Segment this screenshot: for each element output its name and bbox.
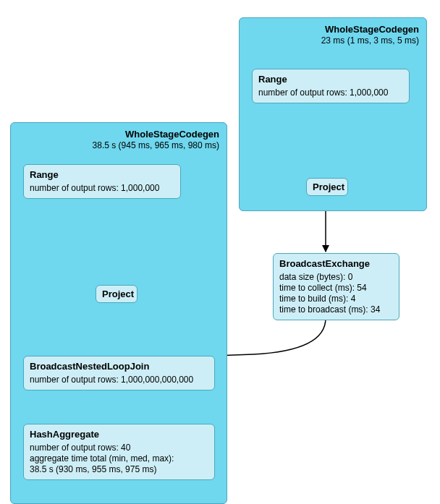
node-range-b[interactable]: Range number of output rows: 1,000,000 bbox=[252, 69, 410, 103]
stage-a-title: WholeStageCodegen bbox=[125, 129, 219, 140]
node-range-b-body: number of output rows: 1,000,000 bbox=[258, 87, 403, 98]
node-broadcast-nested-loop-join[interactable]: BroadcastNestedLoopJoin number of output… bbox=[23, 356, 215, 390]
node-range-a[interactable]: Range number of output rows: 1,000,000 bbox=[23, 164, 181, 199]
node-project-a[interactable]: Project bbox=[96, 285, 138, 303]
node-hashagg-body: number of output rows: 40 aggregate time… bbox=[30, 443, 208, 475]
node-project-a-title: Project bbox=[102, 289, 131, 299]
node-hash-aggregate[interactable]: HashAggregate number of output rows: 40 … bbox=[23, 424, 215, 480]
node-bcast-body: data size (bytes): 0 time to collect (ms… bbox=[279, 272, 393, 315]
node-broadcast-exchange[interactable]: BroadcastExchange data size (bytes): 0 t… bbox=[273, 253, 399, 320]
node-join-title: BroadcastNestedLoopJoin bbox=[30, 361, 208, 372]
node-project-b-title: Project bbox=[313, 181, 342, 192]
stage-a-subtitle: 38.5 s (945 ms, 965 ms, 980 ms) bbox=[93, 140, 219, 150]
node-range-b-title: Range bbox=[258, 74, 403, 85]
node-hashagg-title: HashAggregate bbox=[30, 429, 208, 440]
node-range-a-title: Range bbox=[30, 169, 174, 180]
node-join-body: number of output rows: 1,000,000,000,000 bbox=[30, 375, 208, 385]
node-project-b[interactable]: Project bbox=[306, 178, 348, 196]
node-bcast-title: BroadcastExchange bbox=[279, 258, 393, 269]
stage-b-title: WholeStageCodegen bbox=[325, 24, 419, 35]
stage-b-subtitle: 23 ms (1 ms, 3 ms, 5 ms) bbox=[321, 35, 419, 46]
node-range-a-body: number of output rows: 1,000,000 bbox=[30, 183, 174, 194]
